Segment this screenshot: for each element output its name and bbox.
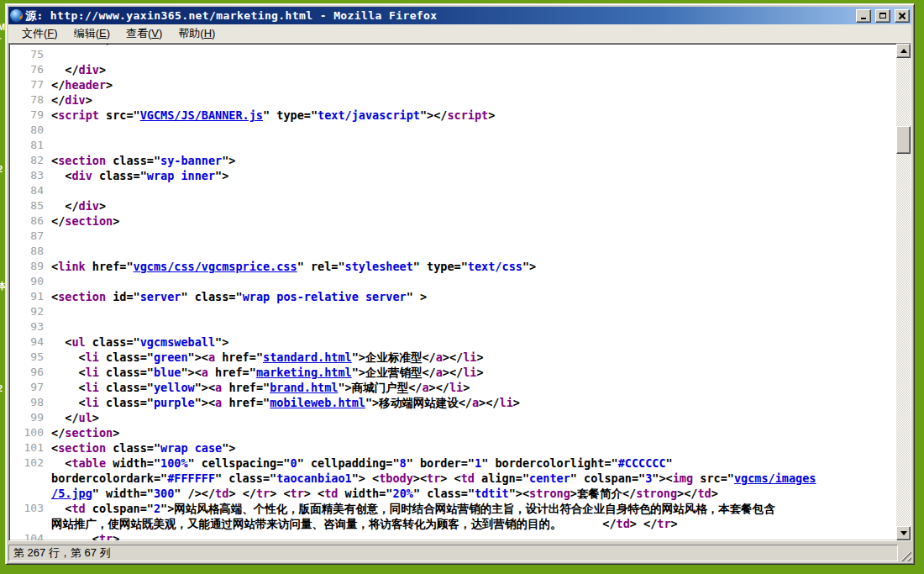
cursor-position-text: 第 267 行，第 67 列 (13, 545, 111, 561)
maximize-button[interactable] (875, 9, 890, 23)
scroll-down-button[interactable] (896, 526, 911, 540)
source-code-text: <section class="sy-banner"> (51, 154, 236, 169)
source-line: 83 <div class="wrap inner"> (9, 169, 896, 184)
menu-item-e[interactable]: 编辑(E) (66, 24, 118, 43)
source-line: 78</div> (9, 93, 896, 108)
source-line: 91<section id="server" class="wrap pos-r… (9, 290, 896, 305)
source-code-text: </div> (51, 44, 140, 48)
window-title: 源: http://www.yaxin365.net/marketing.htm… (25, 8, 852, 24)
source-line: 81 (9, 139, 896, 154)
source-line: 97 <li class="yellow"><a href="brand.htm… (9, 381, 896, 396)
source-code-text: <tr> (51, 532, 119, 540)
scroll-up-icon (900, 45, 907, 53)
line-number: 97 (9, 381, 51, 396)
line-number: 100 (9, 426, 51, 441)
source-line: 104 <tr> (9, 532, 896, 540)
menu-item-f[interactable]: 文件(F) (14, 24, 66, 43)
source-link[interactable]: vgcms/images (734, 471, 816, 485)
source-link[interactable]: standard.html (263, 350, 352, 364)
source-line: 75 (9, 48, 896, 63)
source-line: 79<script src="VGCMS/JS/BANNER.js" type=… (9, 108, 896, 124)
source-code-text: 网站推广，使网站既美观，又能通过网站带来访问量、咨询量，将访客转化为顾客，达到营… (51, 517, 678, 532)
line-number: 86 (9, 214, 51, 229)
source-code-text: <table width="100%" cellspacing="0" cell… (51, 456, 673, 471)
source-code-text: <li class="purple"><a href="mobileweb.ht… (51, 396, 520, 411)
source-code-text: </div> (51, 93, 92, 108)
maximize-icon (879, 13, 886, 18)
minimize-icon (861, 18, 866, 19)
line-number: 98 (9, 396, 51, 411)
source-code-text: </div> (51, 199, 106, 214)
source-code-text: <li class="green"><a href="standard.html… (51, 350, 484, 366)
source-line: 90 (9, 275, 896, 290)
source-line: 网站推广，使网站既美观，又能通过网站带来访问量、咨询量，将访客转化为顾客，达到营… (9, 517, 896, 532)
vertical-scrollbar[interactable] (896, 44, 911, 540)
source-code-text: <section class="wrap case"> (51, 441, 236, 456)
line-number: 96 (9, 366, 51, 381)
line-number: 102 (9, 456, 51, 471)
source-code-text: </header> (51, 78, 113, 93)
scroll-down-icon (900, 531, 907, 539)
source-code-text: </section> (51, 214, 119, 229)
view-source-window: 源: http://www.yaxin365.net/marketing.htm… (5, 3, 915, 565)
scrollbar-thumb[interactable] (896, 126, 911, 154)
line-number: 89 (9, 260, 51, 275)
line-number (9, 517, 51, 532)
source-code-text: <section id="server" class="wrap pos-rel… (51, 290, 427, 305)
source-line: 94 <ul class="vgcmsweball"> (9, 335, 896, 350)
source-code-text: <td colspan="2">网站风格高端、个性化，版面精美有创意，同时结合网… (51, 502, 775, 517)
line-number: 81 (9, 139, 51, 154)
source-line: 86</section> (9, 214, 896, 229)
menu-mnemonic: H (204, 27, 212, 39)
desktop-icon-label-fragment: 2 (0, 383, 3, 393)
minimize-button[interactable] (856, 9, 871, 23)
line-number: 77 (9, 78, 51, 93)
source-link[interactable]: mobileweb.html (270, 396, 365, 409)
line-number: 84 (9, 184, 51, 199)
source-line: 102 <table width="100%" cellspacing="0" … (9, 456, 896, 471)
line-number: 83 (9, 169, 51, 184)
source-link[interactable]: /5.jpg (51, 487, 92, 500)
source-link[interactable]: vgcms/css/vgcmsprice.css (134, 260, 297, 273)
resize-grip-icon[interactable] (900, 550, 911, 561)
line-number: 90 (9, 275, 51, 290)
source-line: 101<section class="wrap case"> (9, 441, 896, 456)
menu-item-h[interactable]: 帮助(H) (171, 24, 223, 43)
line-number: 80 (9, 124, 51, 139)
source-line: 89<link href="vgcms/css/vgcmsprice.css" … (9, 260, 896, 275)
scroll-up-button[interactable] (896, 44, 911, 58)
line-number: 91 (9, 290, 51, 305)
line-number: 94 (9, 335, 51, 350)
source-line: 98 <li class="purple"><a href="mobileweb… (9, 396, 896, 411)
line-number: 82 (9, 154, 51, 169)
source-line: 76 </div> (9, 63, 896, 78)
source-line: 95 <li class="green"><a href="standard.h… (9, 350, 896, 366)
line-number: 95 (9, 350, 51, 366)
status-bar: 第 267 行，第 67 列 (8, 543, 911, 561)
title-bar[interactable]: 源: http://www.yaxin365.net/marketing.htm… (8, 7, 911, 24)
line-number: 88 (9, 245, 51, 260)
desktop-icon-label-fragment: 2 (0, 164, 3, 174)
source-link[interactable]: VGCMS/JS/BANNER.js (140, 108, 263, 122)
desktop-icon-label-fragment: r (0, 34, 1, 45)
status-panel: 第 267 行，第 67 列 (8, 545, 898, 561)
source-code-text: <ul class="vgcmsweball"> (51, 335, 228, 350)
content-area: </div>7576 </div>77</header>78</div>79<s… (8, 43, 911, 541)
source-link[interactable]: marketing.html (256, 366, 352, 379)
line-number: 104 (9, 532, 51, 540)
source-line: 103 <td colspan="2">网站风格高端、个性化，版面精美有创意，同… (9, 502, 896, 517)
menu-item-v[interactable]: 查看(V) (118, 24, 171, 43)
source-line: /5.jpg" width="300" /></td> </tr> <tr> <… (9, 487, 896, 502)
line-number: 75 (9, 48, 51, 63)
close-button[interactable] (895, 9, 910, 23)
source-view: </div>7576 </div>77</header>78</div>79<s… (9, 44, 896, 540)
source-line: 99 </ul> (9, 411, 896, 426)
source-code-text: </div> (51, 63, 106, 78)
source-link[interactable]: brand.html (270, 381, 338, 394)
source-line: 77</header> (9, 78, 896, 93)
menu-mnemonic: E (99, 27, 107, 39)
source-code-text: <div class="wrap inner"> (51, 169, 228, 184)
line-number: 101 (9, 441, 51, 456)
close-icon (899, 13, 906, 19)
line-number: 92 (9, 305, 51, 320)
